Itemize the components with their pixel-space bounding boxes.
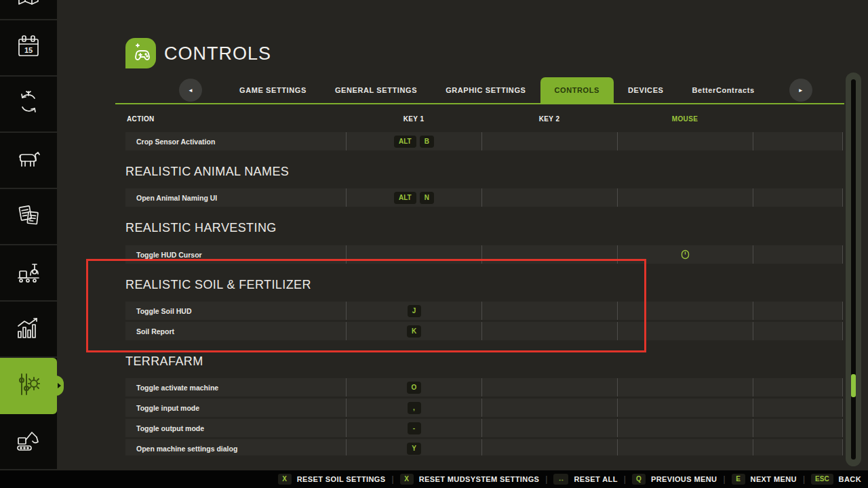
action-label: Toggle HUD Cursor: [125, 245, 346, 264]
table-row[interactable]: Open machine settings dialog Y: [125, 439, 843, 455]
key-badge: K: [407, 325, 421, 338]
crop-rotation-icon: [15, 89, 42, 119]
action-label: Toggle output mode: [125, 419, 346, 437]
key-badge: Y: [407, 443, 421, 455]
sidebar-item-calendar[interactable]: 15: [0, 20, 57, 77]
key-x-badge: X: [400, 474, 414, 485]
tab-devices[interactable]: DEVICES: [614, 77, 678, 103]
divider: |: [624, 474, 626, 484]
tab-game-settings[interactable]: GAME SETTINGS: [225, 77, 321, 103]
action-label: Soil Report: [125, 322, 346, 340]
sidebar-item-construction[interactable]: [0, 414, 57, 470]
excavator-icon: [14, 426, 43, 458]
key-q-badge: Q: [632, 474, 646, 485]
key-badge: O: [407, 382, 422, 394]
contracts-icon: [15, 202, 42, 232]
sidebar-item-map[interactable]: [0, 0, 57, 20]
column-header-key2: KEY 2: [481, 115, 617, 127]
keybindings-table: ACTION KEY 1 KEY 2 MOUSE Crop Sensor Act…: [125, 115, 843, 455]
table-header-row: ACTION KEY 1 KEY 2 MOUSE: [125, 115, 843, 127]
section-title-realistic-soil-fertilizer: REALISTIC SOIL & FERTILIZER: [125, 276, 843, 294]
key-badge: -: [408, 422, 421, 434]
next-menu-button[interactable]: E NEXT MENU: [732, 474, 797, 485]
previous-menu-button[interactable]: Q PREVIOUS MENU: [632, 474, 717, 485]
scrollbar-track[interactable]: [851, 79, 856, 460]
controls-page-icon: [125, 38, 156, 68]
key-badge: ,: [408, 402, 421, 414]
action-label: Toggle input mode: [125, 399, 346, 417]
divider: |: [545, 474, 547, 484]
arrow-left-icon: ◄: [188, 87, 193, 94]
key-badge: B: [420, 136, 434, 148]
table-row[interactable]: Toggle input mode ,: [125, 399, 843, 417]
scrollbar: [846, 73, 861, 466]
section-title-realistic-animal-names: REALISTIC ANIMAL NAMES: [125, 163, 843, 181]
key-badge: ALT: [394, 192, 416, 204]
cow-icon: [14, 145, 43, 176]
statistics-icon: [14, 314, 43, 345]
action-label: Toggle activate machine: [125, 378, 346, 396]
tab-bar: ◄ GAME SETTINGS GENERAL SETTINGS GRAPHIC…: [179, 77, 812, 103]
arrow-right-icon: ►: [798, 87, 804, 94]
column-header-key1: KEY 1: [346, 115, 481, 127]
action-label: Crop Sensor Activation: [125, 132, 346, 150]
tabs-scroll-left-button[interactable]: ◄: [179, 79, 202, 102]
tab-underline: [115, 103, 844, 104]
sidebar-item-animals[interactable]: [0, 133, 57, 189]
key-badge: N: [420, 192, 434, 204]
back-button[interactable]: ESC BACK: [811, 474, 861, 485]
key-combo-icon: ↔: [553, 474, 568, 485]
action-label: Open machine settings dialog: [125, 439, 346, 455]
footer-hint-bar: X RESET SOIL SETTINGS | X RESET MUDSYSTE…: [0, 470, 868, 488]
sidebar-item-settings[interactable]: [0, 358, 57, 414]
mouse-icon: [681, 249, 690, 260]
sidebar-item-crop-rotation[interactable]: [0, 77, 57, 133]
sidebar-item-statistics[interactable]: [0, 302, 57, 358]
key-badge: J: [408, 305, 421, 317]
page-title: CONTROLS: [164, 43, 271, 64]
active-item-notch: [53, 375, 64, 396]
section-title-realistic-harvesting: REALISTIC HARVESTING: [125, 219, 843, 237]
reset-mudsystem-settings-button[interactable]: X RESET MUDSYSTEM SETTINGS: [400, 474, 540, 485]
column-header-action: ACTION: [125, 115, 346, 127]
gamepad-icon: [130, 41, 153, 66]
settings-icon: [14, 370, 43, 401]
map-icon: [16, 0, 41, 16]
key-badge: ALT: [394, 136, 416, 148]
scrollbar-thumb[interactable]: [851, 374, 856, 397]
production-icon: [14, 258, 43, 289]
table-row[interactable]: Open Animal Naming UI ALTN: [125, 188, 843, 207]
table-row[interactable]: Toggle HUD Cursor: [125, 245, 843, 264]
reset-all-button[interactable]: ↔ RESET ALL: [553, 474, 617, 485]
action-label: Open Animal Naming UI: [125, 188, 346, 207]
svg-text:15: 15: [24, 46, 33, 54]
tabs-scroll-right-button[interactable]: ►: [789, 79, 812, 102]
column-header-mouse: MOUSE: [617, 115, 753, 127]
action-label: Toggle Soil HUD: [125, 302, 346, 320]
tab-bettercontracts[interactable]: BetterContracts: [678, 77, 769, 103]
key-esc-badge: ESC: [811, 474, 833, 485]
key-e-badge: E: [732, 474, 745, 485]
key-x-badge: X: [278, 474, 292, 485]
calendar-icon: 15: [15, 33, 42, 63]
sidebar-item-production[interactable]: [0, 245, 57, 302]
tab-general-settings[interactable]: GENERAL SETTINGS: [321, 77, 431, 103]
sidebar-item-contracts[interactable]: [0, 189, 57, 245]
table-row[interactable]: Toggle activate machine O: [125, 378, 843, 396]
controls-settings-screen: 15: [0, 0, 868, 488]
table-row[interactable]: Crop Sensor Activation ALTB: [125, 132, 843, 150]
sidebar: 15: [0, 0, 57, 470]
divider: |: [723, 474, 725, 484]
table-row[interactable]: Toggle output mode -: [125, 419, 843, 437]
table-row[interactable]: Soil Report K: [125, 322, 843, 340]
tab-controls[interactable]: CONTROLS: [540, 77, 614, 103]
table-row[interactable]: Toggle Soil HUD J: [125, 302, 843, 320]
divider: |: [392, 474, 394, 484]
section-title-terrafarm: TERRAFARM: [125, 352, 843, 371]
column-header-gamepad: [753, 115, 843, 127]
reset-soil-settings-button[interactable]: X RESET SOIL SETTINGS: [278, 474, 386, 485]
tab-graphic-settings[interactable]: GRAPHIC SETTINGS: [431, 77, 540, 103]
divider: |: [803, 474, 805, 484]
